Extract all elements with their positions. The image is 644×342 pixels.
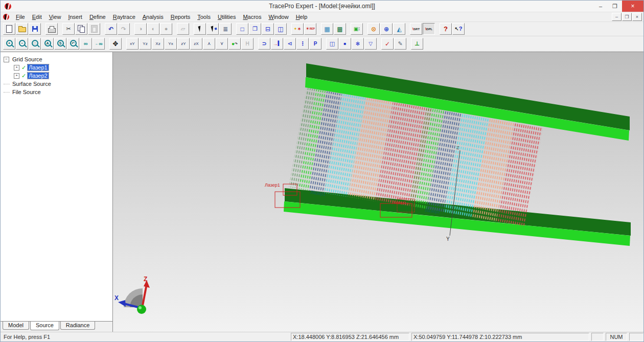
menu-raytrace[interactable]: Raytrace (109, 13, 139, 20)
view-xz-button[interactable]: Xz (152, 38, 164, 50)
tab-source[interactable]: Source (30, 322, 59, 330)
tree-laser2-check-icon[interactable]: ✓ (21, 73, 26, 79)
orbit-button[interactable]: ●↷ (228, 38, 241, 50)
ray-table-button[interactable]: ⊥ (411, 38, 423, 50)
window-tile-vertical-button[interactable]: ◫ (274, 23, 287, 35)
open-button[interactable] (16, 23, 28, 35)
view-zx-icon: zX (194, 42, 198, 46)
zoom-previous-button[interactable]: ↶ (67, 38, 79, 50)
toolbar-group: ≣ (194, 23, 232, 35)
select-object-button[interactable] (194, 23, 206, 35)
menu-tools[interactable]: Tools (194, 13, 214, 20)
undo-button[interactable]: ↶ (105, 23, 117, 35)
raytrace-button[interactable]: ✦✶ (291, 23, 304, 35)
tree-laser2-expander[interactable]: + (14, 73, 19, 79)
menu-file[interactable]: File (12, 13, 29, 20)
menu-reports[interactable]: Reports (167, 13, 194, 20)
visibility-icon: ∞ (84, 41, 88, 47)
tree-surface-source[interactable]: Surface Source (3, 80, 112, 88)
zoom-in-button[interactable]: + (3, 38, 15, 50)
tree-laser1-expander[interactable]: + (14, 65, 19, 71)
display-square-button[interactable]: ■ (339, 38, 351, 50)
menu-insert[interactable]: Insert (64, 13, 86, 20)
view-iso-left-button[interactable]: ⋏ (203, 38, 215, 50)
menu-help[interactable]: Help (292, 13, 311, 20)
tab-model[interactable]: Model (3, 322, 29, 330)
view-iso-right-button[interactable]: ⋎ (216, 38, 228, 50)
tree-laser1-label[interactable]: Лазер1 (28, 64, 49, 71)
menu-define[interactable]: Define (86, 13, 109, 20)
ray-dots-button[interactable]: ⋮ (296, 38, 309, 50)
paste-icon (91, 25, 98, 33)
save-button[interactable] (29, 23, 41, 35)
menu-edit[interactable]: Edit (29, 13, 45, 20)
tree-laser1-check-icon[interactable]: ✓ (21, 64, 26, 71)
visibility-previous-button[interactable]: ←∞ (93, 38, 105, 50)
view-yx-button[interactable]: Yx (165, 38, 177, 50)
tree-grid-source-label[interactable]: Grid Source (11, 56, 43, 62)
menu-analysis[interactable]: Analysis (139, 13, 167, 20)
zoom-selection-button[interactable]: S (54, 38, 66, 50)
window-cascade-button[interactable]: ❐ (249, 23, 261, 35)
view-zx-button[interactable]: zX (190, 38, 202, 50)
tree-grid-source-expander[interactable]: − (4, 57, 9, 62)
tab-radiance[interactable]: Radiance (60, 322, 95, 330)
menu-macros[interactable]: Macros (239, 13, 265, 20)
ray-sort-exit-button[interactable]: →▍ (271, 38, 283, 50)
dpl-mode-icon-part-1: DPL (426, 28, 432, 31)
tree-laser2-label[interactable]: Лазер2 (28, 73, 49, 79)
new-button[interactable] (3, 23, 15, 35)
print-icon (48, 28, 56, 33)
display-aperture-button[interactable]: ✻ (352, 38, 364, 50)
cut-button[interactable]: ✂ (62, 23, 75, 35)
model-viewport[interactable]: Лазер1Лазер2Лазер1Лазер2ZYZX (113, 52, 643, 332)
menu-window[interactable]: Window (265, 13, 292, 20)
view-yz-button[interactable]: Yz (139, 38, 151, 50)
grid-raytrace-audit-button[interactable]: ▩ (334, 23, 346, 35)
help-button[interactable]: ? (440, 23, 452, 35)
window-tile-horizontal-button[interactable]: ⊟ (262, 23, 274, 35)
luminance-map-button[interactable]: ◭ (393, 23, 405, 35)
audit-button[interactable]: ✓ (381, 38, 394, 50)
tree-file-source-label[interactable]: File Source (11, 89, 42, 95)
srt-mode-button[interactable]: \SRT (410, 23, 422, 35)
dpl-mode-button[interactable]: \DPL (423, 23, 435, 35)
copy-button[interactable] (75, 23, 87, 35)
tree-file-source[interactable]: File Source (3, 88, 112, 96)
raytrace-options-button[interactable]: ▣: (351, 23, 363, 35)
zoom-all-button[interactable]: A (41, 38, 54, 50)
zoom-out-button[interactable]: − (16, 38, 28, 50)
visibility-button[interactable]: ∞ (80, 38, 92, 50)
model-3d-view[interactable]: Лазер1Лазер2Лазер1Лазер2ZYZX (113, 52, 643, 332)
mdi-restore-button[interactable]: ❐ (622, 13, 632, 21)
print-button[interactable] (45, 23, 58, 35)
raytrace-rep-button[interactable]: ✶REP (304, 23, 316, 35)
grid-raytrace-button[interactable]: ▦ (321, 23, 333, 35)
window-new-button[interactable]: □ (236, 23, 248, 35)
pan-button[interactable]: ✥ (109, 38, 122, 50)
mdi-minimize-button[interactable]: – (612, 13, 622, 21)
mdi-close-button[interactable]: × (632, 13, 642, 21)
toolbar-group: ▣: (351, 23, 363, 35)
menu-utilities[interactable]: Utilities (214, 13, 239, 20)
view-zy-button[interactable]: zY (177, 38, 190, 50)
display-cylinder-button[interactable]: ◫ (326, 38, 338, 50)
ray-paths-button[interactable]: P (309, 38, 321, 50)
candela-plot-button[interactable]: ⊕ (380, 23, 393, 35)
irradiance-map-button[interactable]: ⊙ (367, 23, 380, 35)
menu-view[interactable]: View (45, 13, 65, 20)
notes-button[interactable]: ≣ (219, 23, 232, 35)
view-iso-right-icon: ⋎ (220, 41, 224, 46)
select-vertex-button[interactable] (206, 23, 219, 35)
ray-sort-source-button[interactable]: ⊃ (258, 38, 270, 50)
ray-display-button[interactable]: ⊲ (284, 38, 296, 50)
tree-laser1[interactable]: +✓Лазер1 (3, 63, 112, 72)
view-xy-button[interactable]: xY (126, 38, 139, 50)
tree-laser2[interactable]: +✓Лазер2 (3, 72, 112, 80)
context-help-button[interactable]: ↖? (452, 23, 465, 35)
tree-grid-source[interactable]: −Grid Source (3, 55, 112, 63)
tree-surface-source-label[interactable]: Surface Source (11, 81, 52, 87)
zoom-window-button[interactable]: □ (29, 38, 41, 50)
measure-button[interactable]: ✎ (394, 38, 406, 50)
display-cone-button[interactable]: ▽ (364, 38, 377, 50)
